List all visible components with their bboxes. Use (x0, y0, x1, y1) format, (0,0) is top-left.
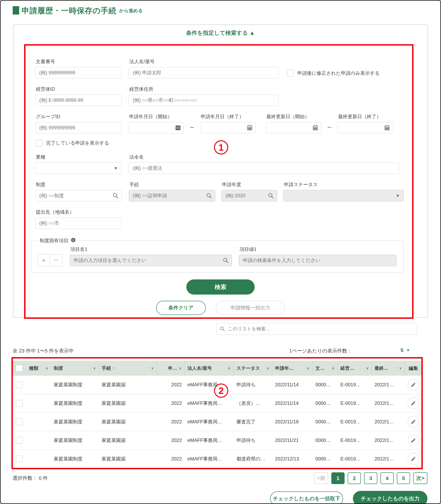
group-id-input[interactable] (35, 122, 122, 134)
table-row: 家庭菜園制度 家庭菜園届 2022 eMAFF事務局… 申請待ち 2022/11… (13, 431, 422, 450)
corp-name-input[interactable] (129, 67, 279, 78)
add-condition-button[interactable]: ＋ (38, 254, 50, 266)
doc-number-input[interactable] (35, 67, 122, 78)
bulk-withdraw-checked-button[interactable]: チェックしたものを一括取下 (270, 491, 343, 504)
table-footer: 選択件数： 0 件 <前 1 2 3 4 5 次> (13, 472, 427, 484)
bulk-export-button: 申請情報一括出力 (216, 301, 285, 315)
group-id-label: グループID (36, 113, 122, 120)
column-header-entity-id[interactable]: 経営… ∨ (338, 361, 372, 376)
edit-button[interactable] (408, 397, 419, 409)
pagination-prev-button: <前 (314, 472, 328, 484)
table-row: 家庭菜園制度 家庭菜園届 2022 eMAFF事務局… 都道府県の… 2022/… (13, 450, 422, 468)
doc-number-label: 文書番号 (36, 58, 122, 65)
calendar-icon[interactable] (247, 125, 253, 131)
search-icon (223, 257, 229, 263)
edit-button[interactable] (408, 434, 419, 446)
calendar-icon[interactable] (313, 125, 318, 131)
column-header-type[interactable]: 種類 ∨ (26, 361, 51, 376)
edit-button[interactable] (408, 416, 419, 428)
row-checkbox[interactable] (16, 456, 23, 462)
law-name-input[interactable] (129, 163, 399, 174)
edit-button[interactable] (408, 453, 419, 465)
column-header-corp-name[interactable]: 法人名/屋号 ∨ (185, 361, 234, 376)
results-summary-row: 全 23 件中 1〜5 件を表示中 1ページあたりの表示件数： 5 ▼ (1, 348, 440, 355)
row-checkbox[interactable] (16, 381, 23, 388)
industry-label: 業種 (36, 154, 122, 160)
entity-id-input[interactable] (35, 94, 122, 106)
chevron-down-icon: ∨ (307, 366, 310, 370)
row-checkbox[interactable] (16, 418, 23, 425)
table-row: 家庭菜園制度 家庭菜園届 2022 eMAFF事務局… 審査完了 2022/11… (13, 413, 422, 431)
item-name-lookup-input (70, 255, 232, 266)
item-name-label: 項目名1 (70, 246, 232, 253)
list-search (216, 323, 417, 335)
search-icon (220, 326, 225, 332)
row-checkbox[interactable] (16, 437, 23, 444)
modified-only-checkbox-row: 申請後に修正された申請のみ表示する (287, 70, 380, 76)
per-page-value: 5 (400, 347, 403, 353)
calendar-icon[interactable] (175, 125, 181, 131)
entity-address-label: 経営体住所 (129, 86, 279, 92)
search-icon[interactable] (112, 193, 119, 199)
item-value-input (239, 255, 396, 266)
edit-button[interactable] (408, 379, 419, 391)
sort-asc-icon: ↑ (112, 366, 115, 371)
form-row-2: 経営体ID 経営体住所 (35, 86, 417, 106)
procedure-label: 手続 (129, 181, 215, 188)
pagination-page-3[interactable]: 3 (364, 472, 377, 484)
page-title: 申請履歴・一時保存の手続 から進める (13, 6, 440, 15)
application-history-page: 申請履歴・一時保存の手続 から進める 条件を指定して検索する ▲ 文書番号 法人… (0, 0, 441, 504)
pagination-next-button[interactable]: 次> (413, 472, 427, 484)
export-checked-button[interactable]: チェックしたものを出力 (353, 491, 427, 504)
column-header-doc-number[interactable]: 文… ∨ (313, 361, 338, 376)
system-lookup-input[interactable] (35, 190, 122, 201)
chevron-down-icon: ∨ (228, 366, 231, 370)
column-header-system[interactable]: 制度 ∨ (51, 361, 99, 376)
chevron-down-icon: ▼ (406, 348, 410, 352)
table-header-row: 種類 ∨ 制度 ∨ 手続 ↑ ∨ 申… ∨ 法人名/屋号 ∨ ステータス ∨ 申… (13, 361, 422, 376)
column-header-updated[interactable]: 最終… ∨ (372, 361, 405, 376)
entity-address-input[interactable] (129, 94, 279, 106)
apply-date-end-label: 申請年月日（終了） (201, 113, 256, 120)
collapse-arrow-icon: ▲ (249, 30, 255, 36)
pagination-page-1[interactable]: 1 (331, 472, 345, 484)
column-header-apply-year[interactable]: 申… ∨ (157, 361, 185, 376)
calendar-icon[interactable] (384, 125, 390, 131)
page-title-text: 申請履歴・一時保存の手続 (22, 7, 116, 15)
info-icon[interactable] (71, 237, 76, 244)
column-header-status[interactable]: ステータス ∨ (234, 361, 272, 376)
pagination-page-5[interactable]: 5 (397, 472, 410, 484)
select-all-checkbox[interactable] (16, 365, 23, 372)
form-row-1: 文書番号 法人名/屋号 申請後に修正された申請のみ表示する (35, 58, 417, 78)
apply-status-label: 申請ステータス (284, 181, 404, 188)
pagination-page-2[interactable]: 2 (348, 472, 361, 484)
pagination-page-4[interactable]: 4 (380, 472, 394, 484)
table-row: 家庭菜園制度 家庭菜園届 2022 eMAFF事務局… 申請待ち 2022/11… (13, 376, 422, 394)
corp-name-label: 法人名/屋号 (129, 58, 279, 65)
industry-select[interactable]: ▼ (35, 163, 122, 174)
clear-conditions-button[interactable]: 条件クリア (156, 301, 206, 315)
modified-only-checkbox-label: 申請後に修正された申請のみ表示する (297, 70, 380, 76)
date-range-tilde: ～ (321, 123, 337, 134)
column-header-apply-date[interactable]: 申請年… ∨ (272, 361, 313, 376)
search-button[interactable]: 検索 (186, 279, 255, 295)
completed-checkbox[interactable] (36, 140, 43, 146)
per-page-select[interactable]: 5 ▼ (400, 347, 410, 353)
modified-only-checkbox[interactable] (287, 70, 294, 76)
chevron-down-icon: ▼ (114, 166, 118, 171)
law-name-label: 法令名 (129, 154, 399, 160)
results-summary: 全 23 件中 1〜5 件を表示中 (13, 348, 74, 354)
date-range-tilde: ～ (184, 123, 200, 134)
submit-to-label: 提出先（地域名） (36, 209, 122, 215)
submit-to-input[interactable] (35, 217, 122, 229)
chevron-down-icon: ∨ (46, 366, 48, 370)
bottom-actions: チェックしたものを一括取下 チェックしたものを出力 (1, 491, 427, 504)
pagination: <前 1 2 3 4 5 次> (314, 472, 427, 484)
remove-condition-button[interactable]: − (50, 254, 62, 266)
table-row: 家庭菜園制度 家庭菜園届 2022 eMAFF事務局… （差戻）… 2022/1… (13, 394, 422, 413)
list-search-input[interactable] (216, 323, 417, 335)
row-checkbox[interactable] (16, 400, 23, 407)
search-conditions-toggle[interactable]: 条件を指定して検索する ▲ (14, 29, 427, 37)
column-header-procedure[interactable]: 手続 ↑ ∨ (99, 361, 157, 376)
search-conditions-toggle-label: 条件を指定して検索する (186, 30, 248, 36)
